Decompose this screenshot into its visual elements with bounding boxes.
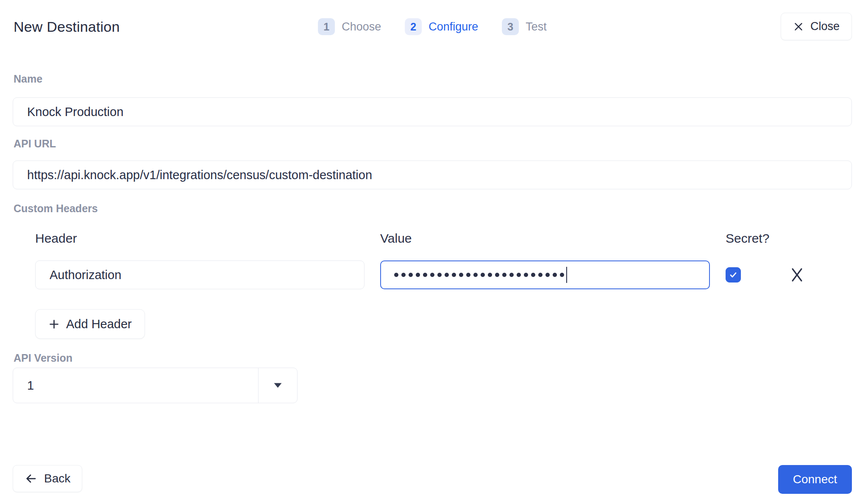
step-test[interactable]: 3 Test <box>502 18 547 35</box>
header-value-input[interactable] <box>380 260 710 289</box>
step-number-badge: 3 <box>502 18 519 35</box>
header-name-input[interactable] <box>35 260 364 289</box>
api-version-value: 1 <box>27 379 34 393</box>
new-destination-dialog: New Destination 1 Choose 2 Configure 3 T… <box>0 0 868 504</box>
add-header-button[interactable]: Add Header <box>35 309 145 339</box>
dialog-header: New Destination 1 Choose 2 Configure 3 T… <box>13 13 852 41</box>
column-label-header: Header <box>35 231 364 246</box>
secret-cell <box>726 267 852 282</box>
custom-headers-label: Custom Headers <box>14 202 98 215</box>
step-label: Configure <box>428 20 478 33</box>
step-label: Test <box>526 20 547 33</box>
api-url-input[interactable] <box>13 161 852 189</box>
dialog-footer: Back Connect <box>13 465 852 494</box>
back-button-label: Back <box>44 472 70 485</box>
name-input[interactable] <box>13 97 852 126</box>
name-label: Name <box>14 73 42 85</box>
close-button-label: Close <box>810 20 840 33</box>
step-label: Choose <box>342 20 381 33</box>
api-version-label: API Version <box>14 352 72 364</box>
stepper: 1 Choose 2 Configure 3 Test <box>318 18 547 35</box>
connect-button[interactable]: Connect <box>778 465 852 494</box>
custom-header-row <box>35 260 852 290</box>
column-label-value: Value <box>380 231 710 246</box>
step-number-badge: 1 <box>318 18 335 35</box>
page-title: New Destination <box>14 19 120 35</box>
add-header-label: Add Header <box>66 317 132 331</box>
step-configure[interactable]: 2 Configure <box>405 18 478 35</box>
chevron-down-icon <box>273 382 283 389</box>
api-version-select[interactable]: 1 <box>13 368 298 403</box>
masked-value <box>394 273 564 277</box>
column-label-secret: Secret? <box>726 231 852 246</box>
remove-header-button[interactable] <box>790 267 804 282</box>
checkmark-icon <box>728 270 738 280</box>
secret-checkbox[interactable] <box>726 267 741 282</box>
close-button[interactable]: Close <box>781 13 852 40</box>
arrow-left-icon <box>25 472 37 485</box>
plus-icon <box>48 318 60 330</box>
text-caret <box>566 267 567 283</box>
x-icon <box>790 267 804 282</box>
step-number-badge: 2 <box>405 18 422 35</box>
step-choose[interactable]: 1 Choose <box>318 18 381 35</box>
close-icon <box>793 21 804 32</box>
select-arrow-zone[interactable] <box>258 368 297 403</box>
api-url-label: API URL <box>14 138 56 150</box>
back-button[interactable]: Back <box>13 465 82 492</box>
custom-headers-column-labels: Header Value Secret? <box>35 231 852 246</box>
